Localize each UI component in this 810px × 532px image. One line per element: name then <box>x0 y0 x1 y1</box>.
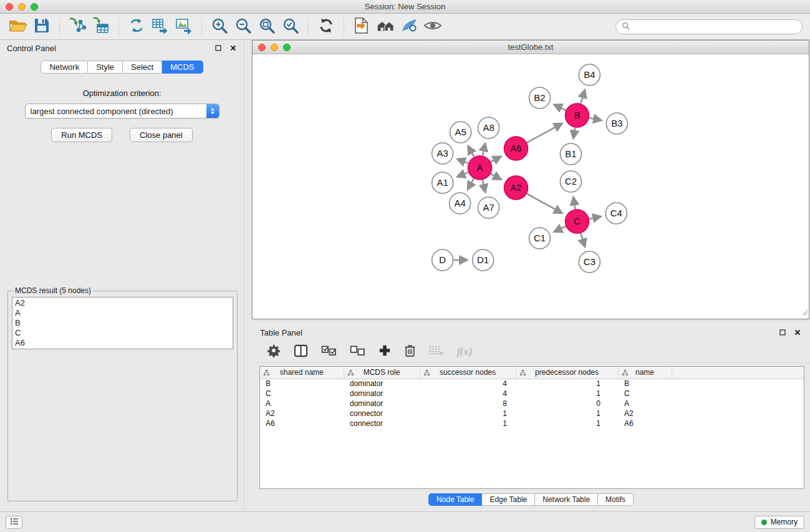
table-row[interactable]: A6connector11A6 <box>260 418 804 428</box>
mcds-result-item[interactable]: A6 <box>15 338 230 348</box>
apply-style-button[interactable] <box>397 16 421 38</box>
table-row[interactable]: Bdominator41B <box>260 379 804 389</box>
delete-column-button[interactable] <box>404 344 416 359</box>
minimize-view-button[interactable] <box>271 44 278 51</box>
graph-edge-C-C4[interactable] <box>589 216 601 219</box>
graph-node-C2[interactable]: C2 <box>560 171 581 192</box>
export-network-button[interactable] <box>125 16 148 38</box>
graph-edge-A6-B[interactable] <box>527 123 562 143</box>
import-network-button[interactable] <box>65 16 89 38</box>
graph-node-A[interactable]: A <box>468 156 492 180</box>
resize-grip-icon[interactable] <box>801 307 808 318</box>
graph-node-B3[interactable]: B3 <box>606 113 627 134</box>
column-header-successor-nodes[interactable]: successor nodes <box>420 367 516 379</box>
criterion-dropdown[interactable]: largest connected component (directed) <box>25 104 219 118</box>
column-header-name[interactable]: name <box>618 367 672 379</box>
graph-edge-B-B3[interactable] <box>589 118 602 120</box>
column-header-shared-name[interactable]: shared name <box>260 367 344 379</box>
graph-node-C3[interactable]: C3 <box>579 251 600 273</box>
tab-node-table[interactable]: Node Table <box>428 493 483 506</box>
close-panel-button[interactable]: Close panel <box>130 128 193 142</box>
graph-edge-A-A2[interactable] <box>491 174 501 180</box>
first-neighbors-button[interactable] <box>374 16 397 38</box>
zoom-selected-button[interactable] <box>279 16 302 38</box>
show-columns-button[interactable] <box>294 344 308 359</box>
graph-edge-B-B1[interactable] <box>573 128 575 139</box>
zoom-out-button[interactable] <box>231 16 255 38</box>
select-all-button[interactable] <box>321 346 337 358</box>
graph-node-A4[interactable]: A4 <box>450 193 471 214</box>
graph-edge-A-A7[interactable] <box>483 180 485 193</box>
zoom-in-button[interactable] <box>208 16 231 38</box>
graph-node-A3[interactable]: A3 <box>432 143 453 164</box>
graph-node-C[interactable]: C <box>565 210 589 233</box>
run-mcds-button[interactable]: Run MCDS <box>51 128 112 142</box>
zoom-window-button[interactable] <box>31 3 38 11</box>
graph-edge-A-A4[interactable] <box>468 178 474 190</box>
import-table-button[interactable] <box>89 16 113 38</box>
graph-node-A7[interactable]: A7 <box>478 197 499 218</box>
apply-layout-button[interactable] <box>314 16 338 38</box>
tab-edge-table[interactable]: Edge Table <box>482 493 535 506</box>
deselect-all-button[interactable] <box>350 346 365 358</box>
delete-table-button[interactable] <box>429 345 444 358</box>
graph-node-D1[interactable]: D1 <box>473 249 494 271</box>
open-session-button[interactable] <box>6 16 30 38</box>
tab-select[interactable]: Select <box>123 60 162 74</box>
network-canvas[interactable]: AA1A2A3A4A5A6A7A8BB1B2B3B4CC1C2C3C4DD1 <box>253 54 809 319</box>
graph-edge-C-C1[interactable] <box>554 226 566 232</box>
mcds-result-list[interactable]: A2ABCA6 <box>12 297 233 349</box>
graph-edge-A-A6[interactable] <box>491 157 501 162</box>
graph-node-B[interactable]: B <box>565 104 589 127</box>
panel-splitter[interactable] <box>244 40 252 511</box>
graph-edge-A-A8[interactable] <box>483 143 485 155</box>
graph-node-C1[interactable]: C1 <box>529 228 551 249</box>
graph-node-A6[interactable]: A6 <box>504 137 528 160</box>
zoom-view-button[interactable] <box>283 44 291 51</box>
mcds-result-item[interactable]: C <box>15 328 230 338</box>
graph-edge-A-A3[interactable] <box>457 159 468 163</box>
save-session-button[interactable] <box>30 16 54 38</box>
mcds-result-item[interactable]: A <box>15 308 230 318</box>
graph-edge-B-B4[interactable] <box>581 90 585 104</box>
graph-edge-C-C2[interactable] <box>573 197 575 210</box>
close-panel-icon[interactable] <box>794 329 801 336</box>
close-view-button[interactable] <box>258 44 266 51</box>
graph-node-B4[interactable]: B4 <box>579 64 600 85</box>
graph-node-A5[interactable]: A5 <box>450 122 471 143</box>
search-input[interactable] <box>633 22 796 31</box>
float-panel-icon[interactable] <box>779 329 786 336</box>
tab-motifs[interactable]: Motifs <box>598 493 634 506</box>
graph-node-A1[interactable]: A1 <box>432 172 453 193</box>
graph-node-A2[interactable]: A2 <box>504 176 528 200</box>
graph-node-B1[interactable]: B1 <box>560 143 581 165</box>
tab-mcds[interactable]: MCDS <box>162 60 203 74</box>
graph-edge-B-B2[interactable] <box>554 105 566 110</box>
graph-edge-C-C3[interactable] <box>581 233 585 247</box>
export-image-button[interactable] <box>172 16 196 38</box>
memory-button[interactable]: Memory <box>755 516 804 529</box>
search-field[interactable] <box>615 19 803 34</box>
close-window-button[interactable] <box>6 3 13 11</box>
graph-node-D[interactable]: D <box>432 249 453 271</box>
column-header-predecessor-nodes[interactable]: predecessor nodes <box>516 367 618 379</box>
close-panel-icon[interactable] <box>229 44 237 52</box>
mcds-result-item[interactable]: B <box>15 318 230 328</box>
graph-edge-A-A5[interactable] <box>468 146 474 157</box>
graph-node-C4[interactable]: C4 <box>605 203 627 224</box>
tab-network-table[interactable]: Network Table <box>535 493 598 506</box>
zoom-fit-button[interactable] <box>255 16 279 38</box>
function-builder-button[interactable]: f(x) <box>457 346 472 358</box>
column-header-MCDS-role[interactable]: MCDS role <box>344 367 420 379</box>
show-graphics-details-button[interactable] <box>421 16 445 38</box>
graph-edge-A-A1[interactable] <box>457 172 468 177</box>
float-panel-icon[interactable] <box>215 44 222 52</box>
graph-node-B2[interactable]: B2 <box>529 87 551 109</box>
graph-edge-A2-C[interactable] <box>527 194 562 213</box>
mcds-result-item[interactable]: A2 <box>15 298 230 308</box>
minimize-window-button[interactable] <box>18 3 26 11</box>
task-history-button[interactable] <box>6 516 22 529</box>
export-table-button[interactable] <box>148 16 172 38</box>
open-network-file-button[interactable] <box>350 16 374 38</box>
graph-node-A8[interactable]: A8 <box>478 117 499 138</box>
